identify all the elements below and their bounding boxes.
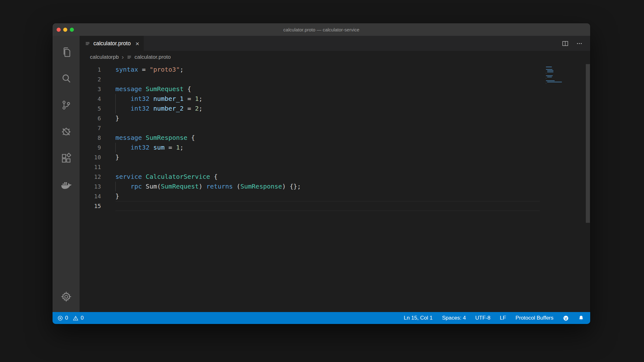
line-number: 9 <box>80 143 101 152</box>
code-line-2 <box>115 74 540 84</box>
encoding[interactable]: UTF-8 <box>475 315 490 321</box>
activity-debug-button[interactable] <box>53 118 80 145</box>
activity-bar <box>53 36 80 312</box>
code-line-11 <box>115 162 540 172</box>
code-editor[interactable]: 123456789101112131415 syntax = "proto3";… <box>80 63 590 312</box>
minimize-window-button[interactable] <box>63 28 67 32</box>
activity-explorer-button[interactable] <box>53 38 80 65</box>
line-number: 12 <box>80 172 101 182</box>
extensions-icon <box>60 153 72 164</box>
debug-icon <box>60 126 72 138</box>
activity-source-control-button[interactable] <box>53 92 80 118</box>
cursor-position[interactable]: Ln 15, Col 1 <box>404 315 433 321</box>
gear-icon <box>60 291 72 303</box>
proto-file-icon <box>127 55 132 60</box>
indentation[interactable]: Spaces: 4 <box>442 315 466 321</box>
line-number: 3 <box>80 84 101 94</box>
minimap-line <box>546 80 555 81</box>
activity-bar-bottom <box>53 283 80 310</box>
feedback-smiley-icon[interactable] <box>563 315 569 321</box>
window-title: calculator.proto — calculator-service <box>53 27 590 32</box>
code-area: syntax = "proto3";message SumRequest { i… <box>105 65 590 312</box>
more-actions-icon[interactable] <box>576 40 583 47</box>
titlebar: calculator.proto — calculator-service <box>53 23 590 36</box>
warning-count: 0 <box>80 315 83 321</box>
code-line-8: message SumResponse { <box>115 133 540 143</box>
notifications-bell-icon[interactable] <box>578 315 584 321</box>
breadcrumb-file[interactable]: calculator.proto <box>135 54 171 60</box>
editor-group: calculator.proto × calculatorpb › <box>80 36 590 312</box>
minimap[interactable] <box>545 67 586 85</box>
proto-file-icon <box>85 41 90 46</box>
line-number: 2 <box>80 74 101 84</box>
line-number: 1 <box>80 65 101 74</box>
close-window-button[interactable] <box>57 28 61 32</box>
line-number: 11 <box>80 162 101 172</box>
error-icon <box>58 315 63 321</box>
activity-bar-top <box>53 38 80 199</box>
code-line-14: } <box>115 191 540 201</box>
minimap-line <box>547 82 562 82</box>
git-icon <box>60 99 72 111</box>
minimap-line <box>547 70 553 71</box>
activity-settings-button[interactable] <box>53 283 80 310</box>
close-tab-icon[interactable]: × <box>136 40 139 47</box>
breadcrumb: calculatorpb › calculator.proto <box>80 51 590 63</box>
search-icon <box>60 73 72 84</box>
code-line-10: } <box>115 152 540 162</box>
language-mode[interactable]: Protocol Buffers <box>515 315 553 321</box>
indent-guide <box>115 143 116 152</box>
breadcrumb-folder[interactable]: calculatorpb <box>90 54 119 60</box>
tab-actions <box>562 36 590 51</box>
warning-icon <box>73 315 78 321</box>
eol-selector[interactable]: LF <box>500 315 506 321</box>
indent-guide <box>115 94 116 104</box>
code-line-5: int32 number_2 = 2; <box>115 104 540 113</box>
line-numbers: 123456789101112131415 <box>80 65 105 312</box>
editor-scrollbar[interactable] <box>586 63 590 312</box>
tab-label: calculator.proto <box>93 40 131 47</box>
line-number: 13 <box>80 182 101 191</box>
code-line-4: int32 number_1 = 1; <box>115 94 540 104</box>
chevron-right-icon: › <box>122 53 124 60</box>
code-line-13: rpc Sum(SumRequest) returns (SumResponse… <box>115 182 540 191</box>
tab-bar: calculator.proto × <box>80 36 590 51</box>
error-count: 0 <box>65 315 68 321</box>
problems-warnings[interactable]: 0 <box>73 315 83 321</box>
docker-icon <box>60 179 72 191</box>
line-number: 7 <box>80 123 101 133</box>
code-line-3: message SumRequest { <box>115 84 540 94</box>
maximize-window-button[interactable] <box>70 28 74 32</box>
line-number: 10 <box>80 152 101 162</box>
code-line-12: service CalculatorService { <box>115 172 540 182</box>
activity-search-button[interactable] <box>53 65 80 92</box>
scrollbar-thumb[interactable] <box>586 64 590 223</box>
line-number: 14 <box>80 191 101 201</box>
minimap-line <box>547 77 552 77</box>
minimap-line <box>546 78 546 79</box>
code-line-6: } <box>115 113 540 123</box>
traffic-lights <box>53 28 74 32</box>
indent-guide <box>115 104 116 113</box>
code-line-7 <box>115 123 540 133</box>
minimap-line <box>546 75 553 76</box>
minimap-line <box>547 72 553 72</box>
code-line-15 <box>115 201 540 211</box>
line-number: 6 <box>80 113 101 123</box>
minimap-line <box>546 83 546 84</box>
indent-guide <box>115 182 116 191</box>
vscode-window: calculator.proto — calculator-service ca… <box>53 23 590 324</box>
minimap-line <box>546 67 552 67</box>
activity-extensions-button[interactable] <box>53 145 80 172</box>
problems-errors[interactable]: 0 <box>58 315 68 321</box>
code-line-9: int32 sum = 1; <box>115 143 540 152</box>
tab-calculator-proto[interactable]: calculator.proto × <box>80 36 144 51</box>
activity-docker-button[interactable] <box>53 172 80 199</box>
minimap-line <box>546 73 546 74</box>
line-number: 5 <box>80 104 101 113</box>
code-line-1: syntax = "proto3"; <box>115 65 540 74</box>
minimap-line <box>546 69 552 70</box>
status-bar: 0 0 Ln 15, Col 1 Spaces: 4 UTF-8 LF Prot… <box>53 312 590 324</box>
line-number: 15 <box>80 201 101 211</box>
split-editor-icon[interactable] <box>562 40 569 47</box>
